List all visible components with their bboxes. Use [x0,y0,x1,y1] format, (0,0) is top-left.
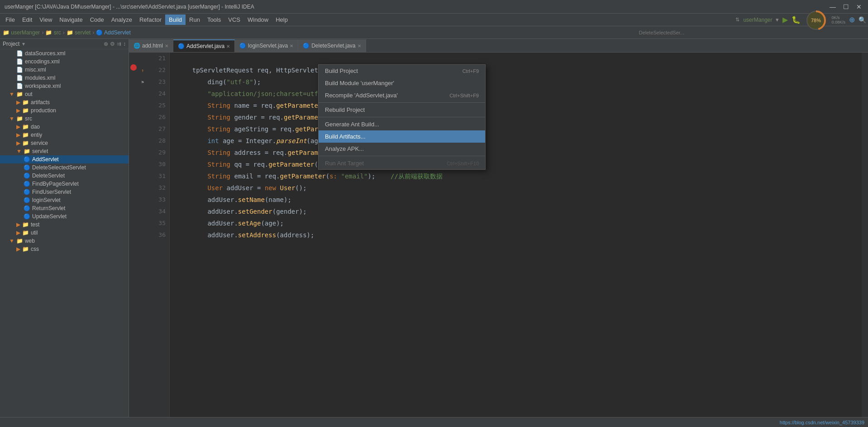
add-button[interactable]: ⊕ [849,15,855,24]
breadcrumb-src[interactable]: 📁 src [45,29,61,36]
tree-label: AddServlet [32,156,59,163]
tree-item-web[interactable]: ▼ 📁 web [0,237,129,245]
tab-addservlet[interactable]: 🔵 AddServlet.java ✕ [173,39,235,52]
svg-text:78%: 78% [811,18,821,23]
debug-button[interactable]: 🐛 [792,15,801,24]
tree-item-addservlet[interactable]: 🔵 AddServlet [0,155,129,163]
tree-item-entiy[interactable]: ▶ 📁 entiy [0,131,129,139]
menu-help[interactable]: Help [272,14,291,25]
menu-generate-ant[interactable]: Generate Ant Build... [319,118,485,130]
menu-view[interactable]: View [36,14,56,25]
nav-bar: 📁 userManger › 📁 src › 📁 servlet › 🔵 Add… [0,26,868,39]
menu-vcs[interactable]: VCS [224,14,244,25]
tree-item-dao[interactable]: ▶ 📁 dao [0,123,129,131]
tab-close[interactable]: ✕ [226,44,230,49]
menu-build-module[interactable]: Build Module 'userManger' [319,77,485,89]
tab-close[interactable]: ✕ [290,43,293,48]
menu-rebuild[interactable]: Rebuild Project [319,104,485,116]
sidebar-settings-icon[interactable]: ⚙ [110,41,115,47]
menu-item-shortcut: Ctrl+Shift+F9 [449,93,479,98]
tree-label: loginServlet [32,197,61,203]
menu-analyze-apk[interactable]: Analyze APK... [319,143,485,155]
tree-item-findbypage[interactable]: 🔵 FindByPageServlet [0,180,129,188]
code-line-36: addUser.setAddress(address); [177,229,854,241]
menu-analyze[interactable]: Analyze [108,14,136,25]
tab-add-html[interactable]: 🌐 add.html ✕ [129,39,173,52]
tree-item-finduser[interactable]: 🔵 FindUserServlet [0,188,129,196]
minimize-button[interactable]: — [828,3,838,10]
menu-navigate[interactable]: Navigate [56,14,86,25]
menu-item-shortcut: Ctrl+Shift+F10 [447,161,479,166]
tree-item-service[interactable]: ▶ 📁 service [0,139,129,147]
code-line-30: String qq = req.getParameter(s: "qq"); [177,158,854,170]
menu-build[interactable]: Build [165,14,186,25]
main-layout: Project ▾ ⊕ ⚙ ⇉ ↕ 📄 dataSources.xml 📄 en… [0,39,868,427]
menu-window[interactable]: Window [244,14,272,25]
menu-run-ant[interactable]: Run Ant Target Ctrl+Shift+F10 [319,157,485,169]
menu-code[interactable]: Code [86,14,108,25]
close-button[interactable]: ✕ [854,3,863,10]
line-numbers: 21 22 23 24 25 26 27 28 29 30 31 32 33 3… [147,53,170,427]
project-arrow[interactable]: ▾ [776,16,779,23]
sidebar-dropdown-icon[interactable]: ▾ [22,41,25,47]
breadcrumb-servlet[interactable]: 📁 servlet [67,29,91,36]
sidebar-collapse-icon[interactable]: ↕ [123,41,126,47]
status-bar: https://blog.csdn.net/weixin_45739339 [0,417,868,427]
run-button[interactable]: ▶ [782,15,788,24]
tree-item-out[interactable]: ▼ 📁 out [0,90,129,98]
code-line-33: addUser.setName(name); [177,194,854,206]
code-content[interactable]: tpServletRequest req, HttpServletRespons… [170,53,862,427]
tree-item-modules[interactable]: 📄 modules.xml [0,74,129,82]
tree-item-login[interactable]: 🔵 loginServlet [0,196,129,204]
tab-label: AddServlet.java [186,43,224,49]
tree-item-servlet[interactable]: ▼ 📁 servlet [0,147,129,155]
tree-item-src[interactable]: ▼ 📁 src [0,115,129,123]
breakpoint-gutter [129,53,138,427]
menu-file[interactable]: File [2,14,19,25]
tab-close[interactable]: ✕ [165,43,168,48]
tree-item-datasources[interactable]: 📄 dataSources.xml [0,49,129,58]
sidebar-expand-icon[interactable]: ⇉ [117,41,121,47]
tree-item-misc[interactable]: 📄 misc.xml [0,66,129,74]
network-stats: 0K/s 0.08K/s [831,15,845,24]
tree-item-artifacts[interactable]: ▶ 📁 artifacts [0,98,129,106]
tab-loginservlet[interactable]: 🔵 loginServlet.java ✕ [235,39,298,52]
menu-refactor[interactable]: Refactor [136,14,165,25]
tree-label: encodings.xml [25,58,60,65]
tree-item-css[interactable]: ▶ 📁 css [0,245,129,253]
tree-item-production[interactable]: ▶ 📁 production [0,106,129,115]
tree-item-workspace[interactable]: 📄 workspace.xml [0,82,129,90]
tree-label: modules.xml [25,75,55,81]
search-button[interactable]: 🔍 [858,16,866,24]
tree-item-util[interactable]: ▶ 📁 util [0,229,129,237]
tree-item-test[interactable]: ▶ 📁 test [0,221,129,229]
menu-item-label: Recompile 'AddServlet.java' [325,92,398,99]
breadcrumb-addservlet[interactable]: 🔵 AddServlet [96,29,130,36]
menu-edit[interactable]: Edit [19,14,36,25]
menu-bar: File Edit View Navigate Code Analyze Ref… [0,14,868,26]
status-url: https://blog.csdn.net/weixin_45739339 [780,420,864,425]
code-line-25: String name = req.getParameter(s: "name"… [177,100,854,111]
tab-close[interactable]: ✕ [358,43,361,48]
tree-item-delete[interactable]: 🔵 DeleteServlet [0,172,129,180]
annotation-gutter: ↑ ⚑ [138,53,147,427]
sidebar: Project ▾ ⊕ ⚙ ⇉ ↕ 📄 dataSources.xml 📄 en… [0,39,129,427]
menu-run[interactable]: Run [186,14,204,25]
tree-item-encodings[interactable]: 📄 encodings.xml [0,58,129,66]
tree-item-deleteselected[interactable]: 🔵 DeleteSelectedServlet [0,163,129,172]
menu-item-label: Generate Ant Build... [325,121,379,128]
tab-deleteservlet[interactable]: 🔵 DeleteServlet.java ✕ [298,39,366,52]
tab-icon: 🌐 [134,43,140,49]
maximize-button[interactable]: ☐ [841,3,851,10]
menu-build-artifacts[interactable]: Build Artifacts... [319,130,485,143]
menu-tools[interactable]: Tools [204,14,224,25]
tree-item-return[interactable]: 🔵 ReturnServlet [0,204,129,212]
code-line-35: addUser.setAge(age); [177,217,854,229]
breadcrumb-project[interactable]: 📁 userManger [3,29,40,36]
sidebar-locate-icon[interactable]: ⊕ [104,41,108,47]
tree-item-update[interactable]: 🔵 UpdateServlet [0,212,129,221]
sidebar-header-icons: ⊕ ⚙ ⇉ ↕ [104,41,126,47]
menu-build-project[interactable]: Build Project Ctrl+F9 [319,65,485,77]
code-editor[interactable]: ↑ ⚑ 21 22 23 24 25 26 27 28 29 30 31 32 [129,53,868,427]
menu-recompile[interactable]: Recompile 'AddServlet.java' Ctrl+Shift+F… [319,89,485,101]
